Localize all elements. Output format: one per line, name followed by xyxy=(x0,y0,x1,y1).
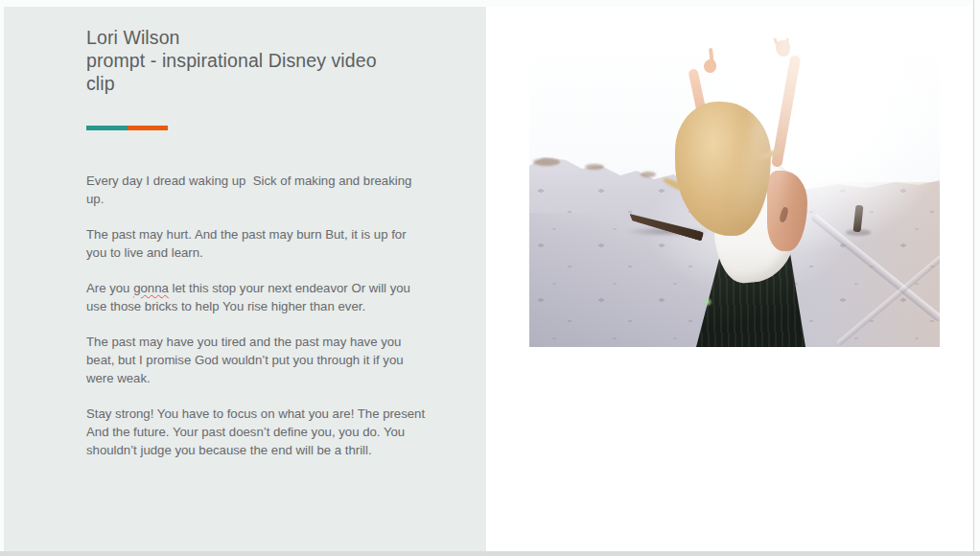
accent-divider xyxy=(86,126,168,130)
photo-ridge-rock xyxy=(585,164,604,170)
page-title: Lori Wilson prompt - inspirational Disne… xyxy=(86,26,432,95)
paragraph-5: Stay strong! You have to focus on what y… xyxy=(86,405,430,459)
divider-teal-segment xyxy=(86,126,128,130)
title-line-1: Lori Wilson xyxy=(86,26,432,49)
app-stage: Lori Wilson prompt - inspirational Disne… xyxy=(0,0,980,556)
slide-body-textbox[interactable]: Every day I dread waking up Sick of maki… xyxy=(86,172,430,476)
spellcheck-underline: gonna xyxy=(133,281,169,295)
photo-lens-flare-dot xyxy=(703,297,712,307)
title-line-3: clip xyxy=(86,72,432,95)
divider-orange-segment xyxy=(128,126,168,130)
paragraph-3: Are you gonna let this stop your next en… xyxy=(86,279,430,315)
app-bottom-strip xyxy=(0,551,980,556)
photo-ridge-rock xyxy=(641,172,656,177)
slide-canvas: Lori Wilson prompt - inspirational Disne… xyxy=(4,7,973,551)
paragraph-2: The past may hurt. And the past may burn… xyxy=(86,225,430,262)
photo-person-left-hand xyxy=(704,59,716,73)
paragraph-1: Every day I dread waking up Sick of maki… xyxy=(86,172,430,208)
paragraph-4: The past may have you tired and the past… xyxy=(86,333,430,387)
slide-title-textbox[interactable]: Lori Wilson prompt - inspirational Disne… xyxy=(86,26,432,95)
title-line-2: prompt - inspirational Disney video xyxy=(86,49,432,72)
photo-ridge-rock xyxy=(533,158,560,166)
slide-right-border xyxy=(973,0,974,551)
slide-photo[interactable] xyxy=(529,38,940,347)
